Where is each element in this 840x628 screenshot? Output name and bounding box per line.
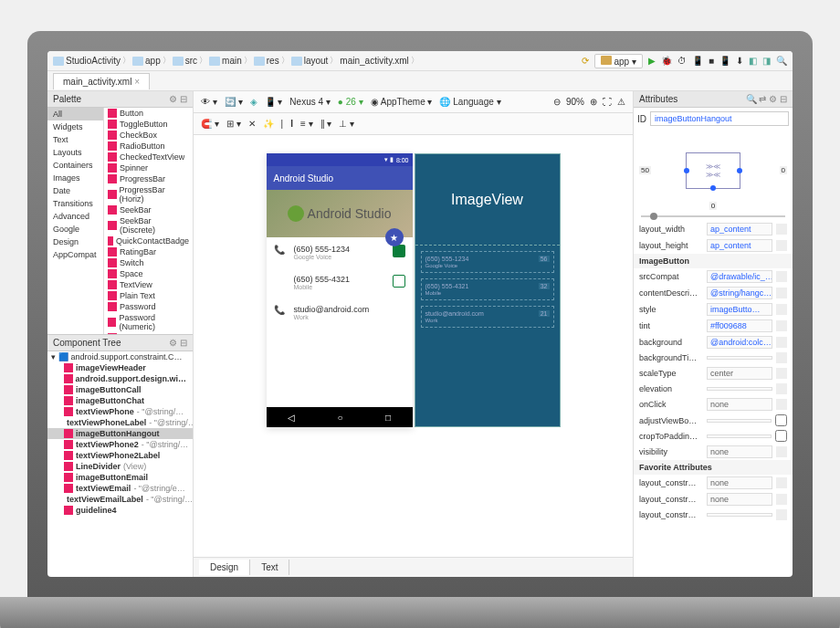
palette-cat[interactable]: Images [47,172,103,184]
attr-value[interactable]: none [707,445,772,458]
palette-cat[interactable]: Advanced [47,210,103,223]
device-label[interactable]: Nexus 4 ▾ [289,97,330,107]
tree-item[interactable]: guideline4 [47,505,193,516]
tree-item[interactable]: LineDivider (View) [47,461,193,472]
tab-design[interactable]: Design [199,560,250,575]
gear-icon[interactable]: ⚙ ⊟ [169,94,187,104]
sdk-icon[interactable]: ⬇ [736,56,743,66]
tree-item[interactable]: textViewPhone2 - "@string/… [47,439,193,450]
palette-cat[interactable]: Google [47,223,103,236]
attr-value[interactable]: none [707,493,772,506]
breadcrumb-item[interactable]: main_activity.xml [340,56,408,66]
attr-value[interactable] [707,513,772,517]
attr-value[interactable] [707,387,772,391]
layers-icon[interactable]: ◈ [250,97,257,107]
palette-item[interactable]: Password (Numeric) [104,312,193,332]
tree-item[interactable]: imageButtonChat [47,395,193,406]
attr-value[interactable]: ap_content [707,239,772,252]
tree-item[interactable]: imageViewHeader [47,362,193,373]
breadcrumb-item[interactable]: layout [291,56,329,66]
attr-value[interactable]: none [707,398,772,411]
palette-cat[interactable]: Layouts [47,146,103,159]
tree-root[interactable]: ▾ 🟦 android.support.constraint.C… [47,351,193,362]
tab-text[interactable]: Text [250,560,289,575]
attr-value[interactable]: ap_content [707,223,772,236]
more-icon[interactable] [776,509,787,520]
attr-value[interactable] [707,434,772,438]
more-icon[interactable] [776,320,787,331]
blueprint-element[interactable]: 32(650) 555-4321Mobile [421,278,554,300]
palette-cat[interactable]: Design [47,236,103,248]
profile-icon[interactable]: ⏱ [677,56,687,66]
infer-icon[interactable]: ✨ [263,119,274,129]
palette-item[interactable]: ProgressBar [104,173,193,184]
recents-icon[interactable]: □ [385,413,391,423]
sync-icon[interactable]: ⟳ [582,56,589,66]
more-icon[interactable] [776,368,787,379]
palette-item[interactable]: E-mail [104,332,193,334]
tree-item[interactable]: imageButtonCall [47,384,193,395]
palette-item[interactable]: CheckedTextView [104,152,193,162]
id-field[interactable]: imageButtonHangout [650,111,789,126]
blueprint-imageview[interactable]: ImageView [415,154,560,246]
chat-icon[interactable] [393,275,405,288]
tree-item[interactable]: imageButtonHangout [47,428,193,439]
breadcrumb-item[interactable]: res [254,56,279,66]
attr-value[interactable]: @android:colc… [707,336,772,349]
chat-icon[interactable] [393,245,405,257]
palette-cat[interactable]: AppCompat [47,248,103,261]
palette-item[interactable]: TextView [104,279,193,290]
more-icon[interactable] [776,399,787,410]
tree-item[interactable]: textViewEmail - "@string/e… [47,483,193,494]
more-icon[interactable] [776,494,787,505]
stop-icon[interactable]: ■ [709,56,714,66]
tree-item[interactable]: imageButtonEmail [47,472,193,483]
constraint-widget[interactable]: 50 ≫≪≫≪ 0 0 [634,130,793,212]
layout-icon[interactable]: ◨ [762,56,771,66]
palette-item[interactable]: RatingBar [104,246,193,257]
align-icon[interactable]: ≡ ▾ [300,119,313,129]
tree-item[interactable]: textViewPhone2Label [47,450,193,461]
palette-item[interactable]: CheckBox [104,130,193,141]
palette-item[interactable]: QuickContactBadge [104,236,193,246]
warn-icon[interactable]: ⚠ [617,97,625,107]
tree-item[interactable]: android.support.design.wi… [47,373,193,384]
attr-checkbox[interactable] [775,414,787,426]
chevron-down-icon[interactable] [776,240,787,251]
device-dropdown[interactable]: 📱 ▾ [265,97,283,107]
more-icon[interactable] [776,288,787,298]
palette-item[interactable]: SeekBar (Discrete) [104,215,193,236]
editor-tab[interactable]: main_activity.xml × [53,73,150,89]
bias-slider[interactable] [634,212,793,221]
search-icon[interactable]: 🔍 [776,56,787,66]
layout-icon[interactable]: ◧ [749,56,757,66]
palette-cat[interactable]: Widgets [47,120,103,133]
palette-item[interactable]: Switch [104,257,193,268]
palette-cat[interactable]: Text [47,133,103,146]
debug-icon[interactable]: 🐞 [661,56,672,66]
theme-dropdown[interactable]: ◉ AppTheme ▾ [371,97,433,107]
more-icon[interactable] [776,304,787,315]
lang-dropdown[interactable]: 🌐 Language ▾ [439,97,500,107]
attr-value[interactable]: center [707,367,772,380]
more-icon[interactable] [776,352,787,363]
design-canvas[interactable]: ▾ ▮ 8:00 Android Studio Android Studio ★… [194,135,633,557]
minimize-icon[interactable]: ⊟ [780,94,787,104]
clear-icon[interactable]: ✕ [248,119,256,129]
palette-item[interactable]: Spinner [104,162,193,173]
zoom-in-icon[interactable]: ⊕ [590,97,597,107]
attr-checkbox[interactable] [775,430,787,442]
breadcrumb-item[interactable]: src [173,56,197,66]
search-icon[interactable]: 🔍 [746,94,757,104]
api-dropdown[interactable]: ● 26 ▾ [338,97,363,107]
more-icon[interactable] [776,477,787,488]
align-icon[interactable]: ‖ ▾ [320,119,332,129]
palette-item[interactable]: Space [104,268,193,279]
gear-icon[interactable]: ⚙ ⊟ [169,338,187,348]
breadcrumb-item[interactable]: app [132,56,161,66]
palette-item[interactable]: ToggleButton [104,119,193,130]
run-config-dropdown[interactable]: app ▾ [594,54,643,68]
palette-cat[interactable]: Containers [47,159,103,172]
more-icon[interactable] [776,446,787,457]
attach-icon[interactable]: 📱 [692,56,703,66]
